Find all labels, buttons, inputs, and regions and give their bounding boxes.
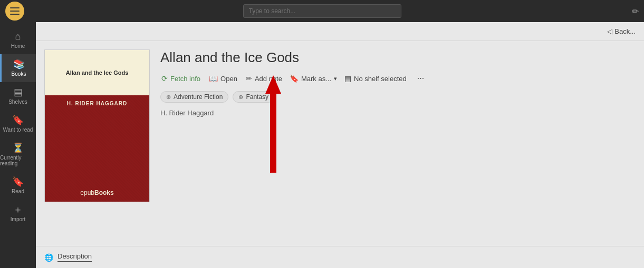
back-bar: ◁ Back...	[36, 22, 644, 41]
tags-row: ⊛ Adventure Fiction ⊛ Fantasy	[160, 91, 636, 103]
book-author: H. Rider Haggard	[160, 109, 636, 117]
shelf-icon: ▤	[344, 74, 351, 83]
sidebar-label-shelves: Shelves	[8, 99, 27, 105]
open-button[interactable]: 📖 Open	[208, 73, 238, 84]
sidebar-label-import: Import	[11, 216, 25, 222]
cover-top: Allan and the Ice Gods	[45, 50, 149, 95]
app-logo[interactable]	[5, 2, 24, 21]
cover-red-section: H. RIDER HAGGARD epubBooks	[45, 95, 149, 202]
sidebar-item-books[interactable]: 📚 Books	[0, 54, 36, 82]
shelves-icon: ▤	[14, 87, 23, 97]
fetch-info-icon: ⟳	[161, 74, 168, 83]
tag-adventure-fiction[interactable]: ⊛ Adventure Fiction	[160, 91, 228, 103]
main-layout: ⌂ Home 📚 Books ▤ Shelves 🔖 Want to read …	[0, 22, 644, 268]
back-label: Back...	[614, 27, 636, 35]
description-globe-icon: 🌐	[44, 253, 53, 262]
cover-title: Allan and the Ice Gods	[66, 69, 129, 76]
tag-fantasy[interactable]: ⊛ Fantasy	[233, 91, 274, 103]
fetch-info-button[interactable]: ⟳ Fetch info	[160, 73, 201, 84]
tag-icon-0: ⊛	[166, 94, 171, 101]
back-button[interactable]: ◁ Back...	[607, 27, 636, 35]
add-note-button[interactable]: ✏ Add note	[245, 73, 283, 84]
add-note-icon: ✏	[246, 74, 252, 83]
sidebar-item-shelves[interactable]: ▤ Shelves	[0, 82, 36, 110]
sidebar-label-books: Books	[12, 71, 26, 77]
sidebar-label-home: Home	[11, 43, 25, 49]
sidebar-item-currently-reading[interactable]: ⏳ Currently reading	[0, 138, 36, 172]
book-info: Allan and the Ice Gods ⟳ Fetch info 📖 Op…	[160, 49, 636, 237]
action-bar: ⟳ Fetch info 📖 Open ✏ Add note 🔖 Mark as…	[160, 72, 636, 85]
sidebar-item-want-to-read[interactable]: 🔖 Want to read	[0, 110, 36, 138]
book-cover: Allan and the Ice Gods H. RIDER HAGGARD …	[44, 49, 150, 202]
book-title: Allan and the Ice Gods	[160, 49, 636, 66]
tag-icon-1: ⊛	[238, 94, 243, 101]
no-shelf-button[interactable]: ▤ No shelf selected	[343, 73, 408, 84]
import-icon: ＋	[13, 205, 23, 214]
sidebar-label-want-to-read: Want to read	[3, 127, 33, 133]
hamburger-icon	[10, 7, 20, 15]
book-cover-wrapper: Allan and the Ice Gods H. RIDER HAGGARD …	[44, 49, 150, 237]
sidebar: ⌂ Home 📚 Books ▤ Shelves 🔖 Want to read …	[0, 22, 36, 268]
mark-as-icon: 🔖	[290, 74, 299, 83]
open-label: Open	[220, 75, 237, 83]
open-icon: 📖	[209, 74, 218, 83]
top-bar: ✏	[0, 0, 644, 22]
tag-label-1: Fantasy	[246, 93, 268, 101]
currently-reading-icon: ⏳	[12, 143, 24, 153]
want-to-read-icon: 🔖	[12, 115, 24, 125]
sidebar-label-read: Read	[12, 188, 24, 194]
sidebar-label-currently-reading: Currently reading	[0, 155, 36, 166]
mark-as-button[interactable]: 🔖 Mark as... ▾	[290, 74, 337, 83]
sidebar-item-import[interactable]: ＋ Import	[0, 200, 36, 227]
more-button[interactable]: ···	[414, 72, 427, 85]
edit-icon[interactable]: ✏	[632, 6, 639, 16]
tag-label-0: Adventure Fiction	[174, 93, 223, 101]
add-note-label: Add note	[255, 75, 282, 83]
mark-as-label: Mark as...	[301, 75, 331, 83]
description-label: Description	[57, 252, 92, 262]
cover-texture	[45, 95, 149, 202]
description-bar: 🌐 Description	[36, 246, 644, 268]
back-chevron-icon: ◁	[607, 27, 612, 35]
book-detail: Allan and the Ice Gods H. RIDER HAGGARD …	[36, 41, 644, 246]
sidebar-item-read[interactable]: 🔖 Read	[0, 172, 36, 200]
sidebar-item-home[interactable]: ⌂ Home	[0, 26, 36, 54]
fetch-info-label: Fetch info	[170, 75, 200, 83]
mark-as-chevron-icon: ▾	[334, 75, 337, 82]
search-wrapper	[243, 4, 401, 18]
search-input[interactable]	[243, 4, 401, 18]
no-shelf-label: No shelf selected	[354, 75, 407, 83]
more-icon: ···	[417, 74, 424, 83]
read-icon: 🔖	[12, 177, 24, 186]
books-icon: 📚	[13, 59, 25, 69]
home-icon: ⌂	[15, 32, 21, 41]
content-area: ◁ Back... Allan and the Ice Gods H. RIDE…	[36, 22, 644, 268]
